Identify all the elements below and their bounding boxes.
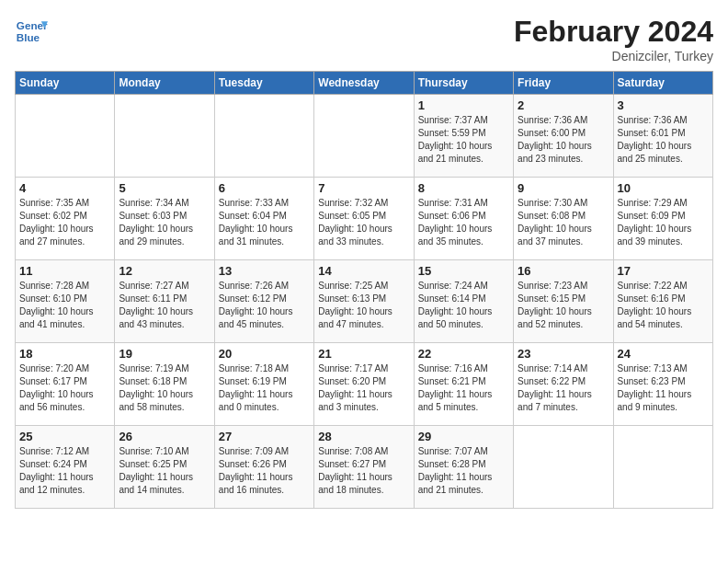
calendar-cell: 17Sunrise: 7:22 AM Sunset: 6:16 PM Dayli…	[613, 260, 712, 343]
day-number: 18	[19, 347, 110, 361]
weekday-header-wednesday: Wednesday	[314, 72, 414, 95]
day-number: 13	[219, 264, 310, 278]
day-info: Sunrise: 7:13 AM Sunset: 6:23 PM Dayligh…	[618, 362, 709, 414]
day-info: Sunrise: 7:23 AM Sunset: 6:15 PM Dayligh…	[518, 280, 609, 331]
day-number: 19	[119, 347, 210, 361]
day-info: Sunrise: 7:19 AM Sunset: 6:18 PM Dayligh…	[119, 362, 210, 414]
day-number: 12	[119, 264, 210, 278]
day-number: 24	[618, 347, 709, 361]
day-info: Sunrise: 7:26 AM Sunset: 6:12 PM Dayligh…	[219, 280, 310, 331]
weekday-header-thursday: Thursday	[414, 72, 513, 95]
day-number: 17	[618, 264, 709, 278]
calendar-cell: 28Sunrise: 7:08 AM Sunset: 6:27 PM Dayli…	[314, 426, 414, 509]
calendar-cell: 22Sunrise: 7:16 AM Sunset: 6:21 PM Dayli…	[414, 343, 513, 426]
calendar-cell: 14Sunrise: 7:25 AM Sunset: 6:13 PM Dayli…	[314, 260, 414, 343]
day-info: Sunrise: 7:18 AM Sunset: 6:19 PM Dayligh…	[219, 362, 310, 414]
day-number: 21	[318, 347, 409, 361]
calendar-cell: 25Sunrise: 7:12 AM Sunset: 6:24 PM Dayli…	[16, 426, 115, 509]
calendar-cell: 8Sunrise: 7:31 AM Sunset: 6:06 PM Daylig…	[414, 178, 513, 260]
calendar-cell: 2Sunrise: 7:36 AM Sunset: 6:00 PM Daylig…	[514, 95, 613, 178]
weekday-header-tuesday: Tuesday	[214, 72, 313, 95]
calendar-cell: 11Sunrise: 7:28 AM Sunset: 6:10 PM Dayli…	[16, 260, 115, 343]
weekday-header-saturday: Saturday	[613, 72, 712, 95]
day-number: 8	[418, 181, 509, 195]
calendar-cell	[314, 95, 414, 178]
calendar-cell: 5Sunrise: 7:34 AM Sunset: 6:03 PM Daylig…	[115, 178, 214, 260]
day-number: 4	[19, 181, 110, 195]
day-info: Sunrise: 7:08 AM Sunset: 6:27 PM Dayligh…	[318, 445, 409, 497]
weekday-header-friday: Friday	[514, 72, 613, 95]
day-info: Sunrise: 7:30 AM Sunset: 6:08 PM Dayligh…	[518, 197, 609, 248]
day-number: 29	[418, 430, 509, 443]
day-info: Sunrise: 7:10 AM Sunset: 6:25 PM Dayligh…	[119, 445, 210, 497]
day-info: Sunrise: 7:29 AM Sunset: 6:09 PM Dayligh…	[618, 197, 709, 248]
svg-text:General: General	[17, 19, 48, 31]
calendar-cell: 3Sunrise: 7:36 AM Sunset: 6:01 PM Daylig…	[613, 95, 712, 178]
day-number: 11	[19, 264, 110, 278]
day-info: Sunrise: 7:36 AM Sunset: 6:00 PM Dayligh…	[518, 114, 609, 166]
calendar-cell	[613, 426, 712, 509]
day-info: Sunrise: 7:31 AM Sunset: 6:06 PM Dayligh…	[418, 197, 509, 248]
day-number: 16	[518, 264, 609, 278]
day-info: Sunrise: 7:34 AM Sunset: 6:03 PM Dayligh…	[119, 197, 210, 248]
calendar-cell	[16, 95, 115, 178]
day-number: 5	[119, 181, 210, 195]
day-number: 23	[518, 347, 609, 361]
logo: General Blue	[15, 15, 48, 48]
calendar-cell	[214, 95, 313, 178]
calendar-cell: 26Sunrise: 7:10 AM Sunset: 6:25 PM Dayli…	[115, 426, 214, 509]
calendar-cell: 15Sunrise: 7:24 AM Sunset: 6:14 PM Dayli…	[414, 260, 513, 343]
day-number: 2	[518, 98, 609, 112]
day-info: Sunrise: 7:25 AM Sunset: 6:13 PM Dayligh…	[318, 280, 409, 331]
calendar-cell: 23Sunrise: 7:14 AM Sunset: 6:22 PM Dayli…	[514, 343, 613, 426]
day-info: Sunrise: 7:32 AM Sunset: 6:05 PM Dayligh…	[318, 197, 409, 248]
calendar-cell: 27Sunrise: 7:09 AM Sunset: 6:26 PM Dayli…	[214, 426, 313, 509]
weekday-header-monday: Monday	[115, 72, 214, 95]
calendar-cell	[514, 426, 613, 509]
day-info: Sunrise: 7:22 AM Sunset: 6:16 PM Dayligh…	[618, 280, 709, 331]
weekday-header-sunday: Sunday	[16, 72, 115, 95]
calendar-table: SundayMondayTuesdayWednesdayThursdayFrid…	[15, 71, 713, 509]
day-info: Sunrise: 7:27 AM Sunset: 6:11 PM Dayligh…	[119, 280, 210, 331]
day-number: 20	[219, 347, 310, 361]
calendar-cell: 21Sunrise: 7:17 AM Sunset: 6:20 PM Dayli…	[314, 343, 414, 426]
day-info: Sunrise: 7:28 AM Sunset: 6:10 PM Dayligh…	[19, 280, 110, 331]
day-info: Sunrise: 7:07 AM Sunset: 6:28 PM Dayligh…	[418, 445, 509, 497]
month-title: February 2024	[514, 15, 713, 49]
logo-icon: General Blue	[15, 15, 48, 48]
day-number: 6	[219, 181, 310, 195]
calendar-cell: 12Sunrise: 7:27 AM Sunset: 6:11 PM Dayli…	[115, 260, 214, 343]
calendar-cell: 4Sunrise: 7:35 AM Sunset: 6:02 PM Daylig…	[16, 178, 115, 260]
calendar-cell	[115, 95, 214, 178]
day-info: Sunrise: 7:12 AM Sunset: 6:24 PM Dayligh…	[19, 445, 110, 497]
day-number: 14	[318, 264, 409, 278]
calendar-cell: 29Sunrise: 7:07 AM Sunset: 6:28 PM Dayli…	[414, 426, 513, 509]
day-info: Sunrise: 7:37 AM Sunset: 5:59 PM Dayligh…	[418, 114, 509, 166]
calendar-cell: 16Sunrise: 7:23 AM Sunset: 6:15 PM Dayli…	[514, 260, 613, 343]
day-info: Sunrise: 7:16 AM Sunset: 6:21 PM Dayligh…	[418, 362, 509, 414]
day-number: 1	[418, 98, 509, 112]
calendar-cell: 13Sunrise: 7:26 AM Sunset: 6:12 PM Dayli…	[214, 260, 313, 343]
day-info: Sunrise: 7:09 AM Sunset: 6:26 PM Dayligh…	[219, 445, 310, 497]
day-number: 25	[19, 430, 110, 443]
page-header: General Blue February 2024 Denizciler, T…	[15, 15, 713, 63]
day-info: Sunrise: 7:36 AM Sunset: 6:01 PM Dayligh…	[618, 114, 709, 166]
calendar-cell: 9Sunrise: 7:30 AM Sunset: 6:08 PM Daylig…	[514, 178, 613, 260]
day-number: 10	[618, 181, 709, 195]
day-info: Sunrise: 7:33 AM Sunset: 6:04 PM Dayligh…	[219, 197, 310, 248]
day-number: 28	[318, 430, 409, 443]
day-info: Sunrise: 7:17 AM Sunset: 6:20 PM Dayligh…	[318, 362, 409, 414]
calendar-cell: 6Sunrise: 7:33 AM Sunset: 6:04 PM Daylig…	[214, 178, 313, 260]
calendar-cell: 20Sunrise: 7:18 AM Sunset: 6:19 PM Dayli…	[214, 343, 313, 426]
day-number: 27	[219, 430, 310, 443]
calendar-cell: 18Sunrise: 7:20 AM Sunset: 6:17 PM Dayli…	[16, 343, 115, 426]
calendar-cell: 19Sunrise: 7:19 AM Sunset: 6:18 PM Dayli…	[115, 343, 214, 426]
day-info: Sunrise: 7:35 AM Sunset: 6:02 PM Dayligh…	[19, 197, 110, 248]
calendar-cell: 7Sunrise: 7:32 AM Sunset: 6:05 PM Daylig…	[314, 178, 414, 260]
calendar-cell: 24Sunrise: 7:13 AM Sunset: 6:23 PM Dayli…	[613, 343, 712, 426]
calendar-cell: 1Sunrise: 7:37 AM Sunset: 5:59 PM Daylig…	[414, 95, 513, 178]
day-number: 7	[318, 181, 409, 195]
svg-text:Blue: Blue	[17, 31, 40, 43]
day-info: Sunrise: 7:20 AM Sunset: 6:17 PM Dayligh…	[19, 362, 110, 414]
day-info: Sunrise: 7:24 AM Sunset: 6:14 PM Dayligh…	[418, 280, 509, 331]
